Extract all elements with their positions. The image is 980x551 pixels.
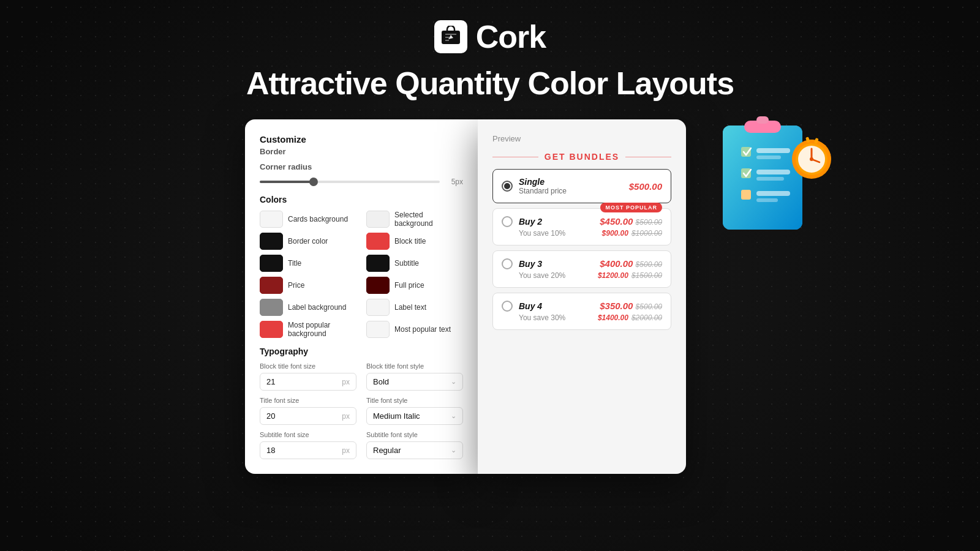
app-name: Cork	[476, 18, 546, 55]
subtitle-size-unit: px	[342, 446, 350, 455]
color-swatch-border-color[interactable]	[260, 233, 283, 250]
radio-buy2[interactable]	[502, 216, 513, 227]
subtitle-style-select[interactable]: Regular ⌄	[366, 441, 463, 459]
color-swatch-subtitle[interactable]	[366, 255, 390, 272]
color-item-label-text: Label text	[366, 299, 463, 316]
savings-row-buy2: You save 10% $900.00 $1000.00	[502, 229, 662, 238]
block-title-size-label: Block title font size	[260, 362, 356, 370]
color-item-most-popular-bg: Most popular background	[260, 321, 356, 338]
color-swatch-most-popular-text[interactable]	[366, 321, 390, 338]
main-area: Customize Border Corner radius 5px Color…	[245, 119, 735, 474]
color-swatch-title[interactable]	[260, 255, 283, 272]
color-label-block-title: Block title	[394, 237, 426, 246]
color-item-label-bg: Label background	[260, 299, 356, 316]
savings-text-buy2: You save 10%	[519, 229, 565, 238]
corner-radius-slider-row: 5px	[260, 178, 463, 186]
bundle-info-single: Single Standard price	[519, 177, 623, 195]
color-swatch-selected-bg[interactable]	[366, 211, 390, 228]
price-col-buy3: $400.00 $500.00	[600, 258, 662, 269]
savings-new-buy3: $1200.00	[598, 271, 628, 280]
radio-single[interactable]	[502, 181, 513, 192]
color-swatch-price[interactable]	[260, 277, 283, 294]
bundle-card-single[interactable]: Single Standard price $500.00	[492, 169, 671, 203]
block-title-size-input[interactable]: 21 px	[260, 373, 356, 391]
bundle-fullprice-buy3: $500.00	[636, 260, 662, 269]
block-title-style-select[interactable]: Bold ⌄	[366, 373, 463, 391]
chevron-down-icon-2: ⌄	[451, 412, 456, 420]
slider-thumb[interactable]	[309, 178, 318, 186]
svg-rect-14	[756, 177, 784, 181]
bundle-info-buy3: Buy 3	[519, 259, 594, 269]
color-item-full-price: Full price	[366, 277, 463, 294]
page-title: Attractive Quantity Color Layouts	[246, 66, 734, 101]
price-col-buy2: $450.00 $500.00	[600, 216, 662, 227]
price-col-single: $500.00	[629, 181, 662, 192]
color-item-most-popular-text: Most popular text	[366, 321, 463, 338]
bundle-row-buy3: Buy 3 $400.00 $500.00	[502, 258, 662, 269]
block-title-size-unit: px	[342, 378, 350, 386]
preview-panel: Preview GET BUNDLES Single Standard pric…	[478, 119, 686, 474]
svg-rect-24	[809, 140, 814, 143]
svg-rect-8	[756, 148, 790, 153]
bundles-header-text: GET BUNDLES	[545, 152, 619, 162]
bundle-title-buy3: Buy 3	[519, 259, 594, 269]
color-item-block-title: Block title	[366, 233, 463, 250]
bundle-title-buy4: Buy 4	[519, 301, 594, 311]
color-swatch-most-popular-bg[interactable]	[260, 321, 283, 338]
bundle-title-single: Single	[519, 177, 623, 187]
savings-prices-buy4: $1400.00 $2000.00	[598, 313, 662, 322]
color-swatch-cards-bg[interactable]	[260, 211, 283, 228]
subtitle-style-value: Regular	[373, 446, 401, 455]
subtitle-size-value: 18	[266, 446, 275, 455]
radio-inner-single	[504, 183, 510, 189]
title-size-unit: px	[342, 412, 350, 421]
radio-buy3[interactable]	[502, 258, 513, 269]
customize-panel: Customize Border Corner radius 5px Color…	[245, 119, 478, 474]
savings-text-buy4: You save 30%	[519, 313, 565, 322]
color-swatch-full-price[interactable]	[366, 277, 390, 294]
color-item-selected-bg: Selected background	[366, 211, 463, 228]
chevron-down-icon-3: ⌄	[451, 446, 456, 454]
color-item-subtitle: Subtitle	[366, 255, 463, 272]
savings-new-buy4: $1400.00	[598, 313, 628, 322]
title-size-group: Title font size 20 px	[260, 397, 356, 425]
color-swatch-label-text[interactable]	[366, 299, 390, 316]
color-item-cards-bg: Cards background	[260, 211, 356, 228]
color-item-title: Title	[260, 255, 356, 272]
bundle-card-buy4[interactable]: Buy 4 $350.00 $500.00 You save 30% $1400…	[492, 293, 671, 330]
savings-new-buy2: $900.00	[602, 229, 628, 238]
bundle-subtitle-single: Standard price	[519, 187, 623, 195]
savings-old-buy3: $1500.00	[631, 271, 662, 280]
savings-row-buy3: You save 20% $1200.00 $1500.00	[502, 271, 662, 280]
savings-prices-buy2: $900.00 $1000.00	[602, 229, 662, 238]
corner-radius-label: Corner radius	[260, 162, 463, 171]
radio-buy4[interactable]	[502, 301, 513, 312]
bundle-card-buy3[interactable]: Buy 3 $400.00 $500.00 You save 20% $1200…	[492, 250, 671, 288]
svg-rect-4	[756, 116, 769, 124]
title-style-group: Title font style Medium Italic ⌄	[366, 397, 463, 425]
bundle-info-buy4: Buy 4	[519, 301, 594, 311]
bundle-title-buy2: Buy 2	[519, 217, 594, 227]
subtitle-style-label: Subtitle font style	[366, 431, 463, 438]
subtitle-size-input[interactable]: 18 px	[260, 441, 356, 459]
savings-prices-buy3: $1200.00 $1500.00	[598, 271, 662, 280]
bundle-price-buy2: $450.00	[600, 216, 635, 227]
color-swatch-block-title[interactable]	[366, 233, 390, 250]
savings-row-buy4: You save 30% $1400.00 $2000.00	[502, 313, 662, 322]
title-style-select[interactable]: Medium Italic ⌄	[366, 407, 463, 425]
title-size-input[interactable]: 20 px	[260, 407, 356, 425]
slider-track[interactable]	[260, 181, 440, 183]
slider-fill	[260, 181, 314, 183]
price-col-buy4: $350.00 $500.00	[600, 301, 662, 312]
subtitle-size-group: Subtitle font size 18 px	[260, 431, 356, 459]
bundles-header: GET BUNDLES	[492, 152, 671, 162]
color-swatch-label-bg[interactable]	[260, 299, 283, 316]
corner-radius-value: 5px	[446, 178, 463, 186]
savings-old-buy2: $1000.00	[631, 229, 662, 238]
bundle-price-buy3: $400.00	[600, 258, 635, 269]
title-size-value: 20	[266, 411, 275, 421]
bundle-fullprice-buy4: $500.00	[636, 302, 662, 311]
bundle-card-buy2[interactable]: MOST POPULAR Buy 2 $450.00 $500.00 You s…	[492, 208, 671, 246]
svg-point-23	[810, 157, 813, 161]
svg-rect-15	[741, 190, 751, 200]
